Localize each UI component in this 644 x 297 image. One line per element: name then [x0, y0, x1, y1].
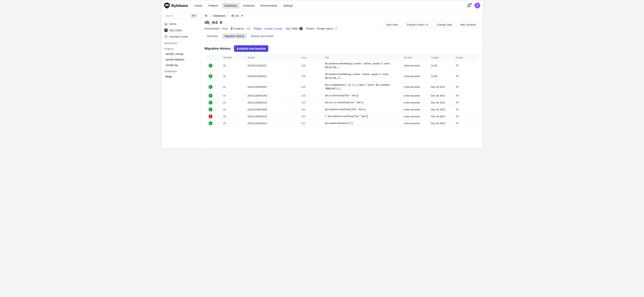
tab-backup-and-restore[interactable]: Backup and restore: [248, 33, 276, 39]
table-row[interactable]: ✓ UI 20221228042255 105 db.c1.insertOne(…: [205, 92, 479, 99]
notification-dot: [470, 3, 472, 5]
workflow-cell: UI: [223, 100, 248, 105]
tab-overview[interactable]: Overview: [205, 33, 220, 39]
sidebar-project-sample-mongo[interactable]: sample_mongo: [161, 51, 200, 57]
instance-link[interactable]: m1: [247, 27, 250, 30]
issue-link[interactable]: 104: [301, 115, 306, 118]
creator-cell: T0: [456, 93, 479, 98]
bytebase-logo-icon: [164, 3, 170, 9]
sql-cell: 1. db.students.insertOne({"foo": "bar"})…: [325, 113, 404, 119]
migration-history-table: Workflow Version Issue SQL Duration Crea…: [205, 55, 479, 127]
table-row[interactable]: ✓ UI 20230111052527 109 db.students.inse…: [205, 60, 479, 71]
mongodb-leaf-icon: [231, 27, 233, 30]
duration-cell: a few seconds: [404, 63, 431, 68]
col-version: Version: [248, 56, 301, 59]
table-row[interactable]: ✓ UI 20221228041938 104 db.students.inse…: [205, 106, 479, 113]
notification-bell-icon[interactable]: [467, 3, 471, 8]
nav-settings[interactable]: Settings: [281, 3, 295, 9]
sidebar-database-prod[interactable]: Prod: [161, 74, 200, 80]
instance-label: Instance -: [234, 27, 246, 30]
sql-cell: db_m1.c1.insertOne({"foo": "bar"});: [325, 100, 404, 106]
created-cell: Dec 28 2022: [431, 114, 456, 119]
tenant-label: Tenant - <Empty Value>: [306, 27, 334, 30]
sidebar-section-projects: Projects: [161, 46, 200, 51]
top-bar: Bytebase Issues Projects Databases Insta…: [161, 0, 483, 11]
created-cell: Dec 28 2022: [431, 84, 456, 89]
status-icon: ✓: [208, 64, 212, 68]
workflow-cell: UI: [223, 114, 248, 119]
workflow-cell: UI: [223, 121, 248, 126]
creator-cell: T0: [456, 63, 479, 68]
status-icon: ✓: [208, 74, 212, 78]
version-cell: 20221228041913: [248, 114, 301, 119]
sidebar-item-sql-editor[interactable]: >_ SQL Editor: [161, 27, 200, 34]
table-row[interactable]: ✓ UI 20230111050423 108 db.student.inser…: [205, 71, 479, 82]
change-data-button[interactable]: Change Data: [434, 21, 455, 28]
sidebar-item-anomaly-center[interactable]: Anomaly Center: [161, 34, 200, 40]
bookmark-star-icon[interactable]: ★: [241, 14, 244, 17]
duration-cell: a few seconds: [404, 100, 431, 105]
tab-migration-history[interactable]: Migration History: [222, 33, 247, 39]
version-cell: 20230111050423: [248, 74, 301, 79]
sidebar-project-sample-diagram[interactable]: sample-diagram: [161, 57, 200, 62]
col-issue: Issue: [301, 56, 325, 59]
sidebar-section-databases: Databases: [161, 68, 200, 74]
sql-editor-shortcut[interactable]: SQL Editor >_: [286, 27, 302, 30]
created-cell: 13:08: [431, 74, 456, 79]
sql-cell: db.student.insertMany([ { name: "Jacika"…: [325, 71, 404, 81]
issue-link[interactable]: 105: [301, 101, 306, 104]
sync-now-button[interactable]: Sync Now: [383, 21, 401, 28]
workflow-cell: UI: [223, 107, 248, 112]
issue-link[interactable]: 109: [301, 64, 306, 67]
created-cell: Dec 28 2022: [431, 107, 456, 112]
table-row[interactable]: ✓ UI 20221228042223 105 db_m1.c1.insertO…: [205, 99, 479, 106]
col-creator: Creator: [456, 56, 479, 59]
sidebar-project-sample-pg[interactable]: sample-pg: [161, 62, 200, 68]
main-content: Databases db_m1 ★ db_m1 Environment - Pr…: [201, 11, 483, 148]
tabs-divider: [201, 41, 483, 41]
breadcrumb-databases[interactable]: Databases: [213, 14, 226, 17]
duration-cell: a few seconds: [404, 93, 431, 98]
brand-name: Bytebase: [171, 3, 188, 8]
edit-pencil-icon[interactable]: [335, 27, 338, 30]
establish-baseline-button[interactable]: Establish new baseline: [234, 45, 268, 52]
terminal-icon: >_: [164, 29, 168, 32]
brand[interactable]: Bytebase: [164, 3, 188, 9]
status-icon: ✓: [208, 121, 212, 125]
home-icon: [164, 22, 168, 26]
table-row[interactable]: ! UI 20221228041913 104 1. db.students.i…: [205, 113, 479, 120]
table-row[interactable]: ✓ UI 20221228035331 102 db.createCollect…: [205, 120, 479, 127]
issue-link[interactable]: 106: [301, 86, 306, 88]
table-row[interactable]: ✓ UI 20221228042407 106 db.c1.updateOne(…: [205, 82, 479, 92]
nav-environments[interactable]: Environments: [258, 3, 280, 9]
environment-link[interactable]: Prod: [222, 27, 228, 30]
creator-cell: T0: [456, 121, 479, 126]
workflow-cell: UI: [223, 93, 248, 98]
table-header: Workflow Version Issue SQL Duration Crea…: [205, 55, 479, 60]
nav-issues[interactable]: Issues: [192, 3, 205, 9]
user-avatar[interactable]: T: [474, 3, 480, 9]
page-title: db_m1: [205, 20, 218, 25]
shield-badge-icon: [220, 21, 222, 24]
duration-cell: a few seconds: [404, 74, 431, 79]
issue-link[interactable]: 102: [301, 122, 306, 125]
sql-cell: db.students.insertOne({"foo": "bar"});: [325, 106, 404, 112]
nav-projects[interactable]: Projects: [206, 3, 220, 9]
project-link[interactable]: sample_mongo: [264, 27, 282, 30]
alter-schema-button[interactable]: Alter Schema: [457, 21, 479, 28]
issue-link[interactable]: 105: [301, 94, 306, 97]
nav-databases[interactable]: Databases: [222, 3, 240, 9]
app-window: Bytebase Issues Projects Databases Insta…: [161, 0, 483, 149]
workflow-cell: UI: [223, 84, 248, 89]
breadcrumb-home-icon[interactable]: [205, 14, 208, 17]
sidebar-item-home[interactable]: Home: [161, 21, 200, 27]
col-created: Created: [431, 56, 456, 59]
search-shortcut-badge: ⌘ K: [190, 14, 197, 18]
issue-link[interactable]: 108: [301, 75, 306, 78]
duration-cell: a few seconds: [404, 121, 431, 126]
transfer-project-button[interactable]: Transfer Project ⇄: [403, 21, 431, 28]
nav-instances[interactable]: Instances: [241, 3, 257, 9]
issue-link[interactable]: 104: [301, 108, 306, 111]
status-icon: ✓: [208, 108, 212, 111]
chevron-right-icon: [227, 15, 230, 17]
